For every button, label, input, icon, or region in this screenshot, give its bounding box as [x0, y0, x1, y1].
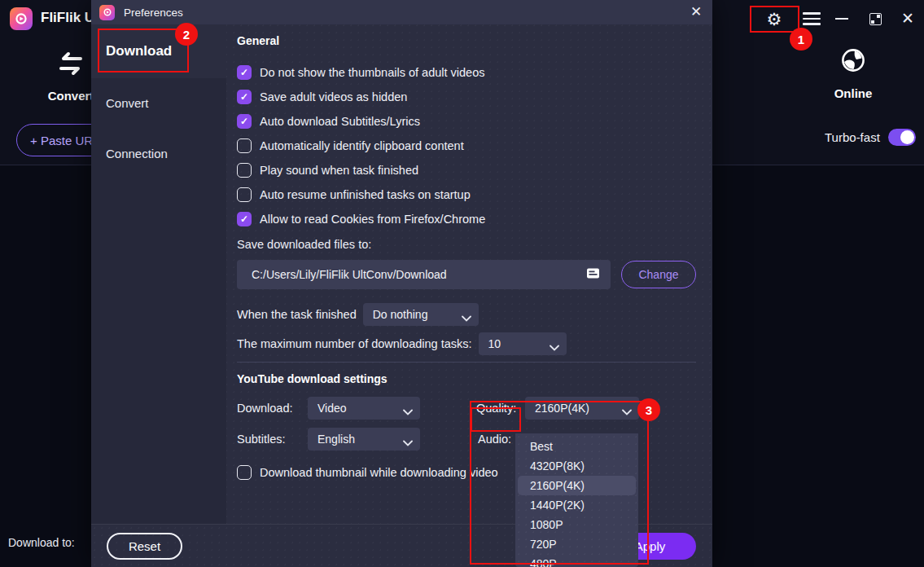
close-window-icon[interactable]: ✕ [900, 11, 916, 27]
save-to-label: Save downloaded files to: [237, 238, 696, 251]
annotation-badge-3: 3 [637, 398, 660, 421]
checkbox-label: Do not show the thumbnails of adult vide… [260, 66, 484, 79]
download-to-label: Download to: [8, 536, 75, 549]
dialog-logo-icon [99, 5, 115, 20]
dialog-close-icon[interactable]: ✕ [687, 3, 705, 21]
sidebar-item-connection[interactable]: Connection [106, 147, 168, 160]
annotation-badge-2: 2 [175, 23, 198, 46]
checkbox-label: Auto resume unfinished tasks on startup [260, 188, 471, 201]
annotation-badge-1: 1 [790, 28, 812, 51]
annotation-box-quality-list [470, 401, 649, 565]
max-tasks-value: 10 [488, 337, 501, 350]
section-divider [237, 362, 696, 363]
checkbox-row[interactable]: Auto download Subtitles/Lyrics [237, 109, 696, 134]
checkbox[interactable] [237, 163, 252, 178]
app-title: FliFlik U [41, 10, 94, 26]
checkbox-row[interactable]: Allow to read Cookies from Firefox/Chrom… [237, 207, 696, 231]
dialog-title: Preferences [124, 7, 183, 19]
download-type-value: Video [317, 402, 347, 415]
checkbox-label: Play sound when task finished [260, 164, 418, 177]
youtube-heading: YouTube download settings [237, 372, 696, 385]
chevron-down-icon [403, 405, 413, 418]
task-finished-value: Do nothing [373, 308, 428, 321]
checkbox[interactable] [237, 187, 252, 202]
task-finished-label: When the task finished [237, 308, 357, 321]
download-type-dropdown[interactable]: Video [308, 397, 420, 420]
hamburger-menu-icon[interactable] [802, 12, 821, 25]
thumbnail-checkbox-label: Download thumbnail while downloading vid… [260, 466, 498, 479]
change-button[interactable]: Change [621, 261, 696, 288]
minimize-icon[interactable] [834, 17, 850, 20]
file-icon [585, 266, 601, 284]
download-path-value: C:/Users/Lily/FliFlik UltConv/Download [252, 268, 447, 281]
sidebar-item-convert[interactable]: Convert [106, 96, 149, 110]
checkbox-row[interactable]: Do not show the thumbnails of adult vide… [237, 60, 696, 85]
screen: FliFlik U ⚙ ✕ Convert Online + Paste URL… [0, 0, 924, 567]
turbo-fast-label: Turbo-fast [825, 130, 880, 144]
subtitles-label: Subtitles: [237, 433, 286, 446]
chevron-down-icon [550, 341, 559, 354]
download-path-field[interactable]: C:/Users/Lily/FliFlik UltConv/Download [237, 260, 611, 289]
checkbox[interactable] [237, 465, 252, 480]
max-tasks-row: The maximum number of downloading tasks:… [237, 332, 696, 355]
download-label: Download: [237, 402, 293, 415]
checkbox[interactable] [237, 65, 252, 80]
checkbox-label: Automatically identify clipboard content [260, 139, 464, 152]
checkbox-label: Save adult videos as hidden [260, 90, 407, 103]
swap-arrows-icon [55, 64, 86, 78]
annotation-box-settings [750, 6, 799, 33]
checkbox[interactable] [237, 138, 252, 153]
path-row: C:/Users/Lily/FliFlik UltConv/Download C… [237, 260, 696, 289]
dialog-sidebar: Download Convert Connection [91, 24, 226, 524]
checkbox-label: Auto download Subtitles/Lyrics [260, 115, 420, 128]
checkbox-label: Allow to read Cookies from Firefox/Chrom… [260, 213, 485, 226]
chevron-down-icon [403, 436, 413, 449]
general-heading: General [237, 34, 696, 47]
subtitles-value: English [317, 433, 355, 446]
paste-url-label: + Paste URL [30, 134, 99, 147]
dialog-titlebar: Preferences ✕ [91, 0, 712, 24]
tab-online-label: Online [817, 86, 890, 100]
subtitles-dropdown[interactable]: English [308, 428, 420, 451]
chevron-down-icon [462, 311, 471, 324]
turbo-fast-control: Turbo-fast [825, 129, 916, 146]
app-logo-icon [10, 7, 33, 30]
checkbox-row[interactable]: Play sound when task finished [237, 158, 696, 182]
tab-online[interactable]: Online [817, 47, 890, 100]
reset-button-label: Reset [129, 539, 160, 553]
change-button-label: Change [638, 268, 678, 281]
checkbox[interactable] [237, 114, 252, 129]
max-tasks-dropdown[interactable]: 10 [479, 332, 567, 355]
checkbox-row[interactable]: Automatically identify clipboard content [237, 134, 696, 158]
task-finished-dropdown[interactable]: Do nothing [363, 303, 479, 326]
reset-button[interactable]: Reset [107, 533, 182, 560]
checkbox-row[interactable]: Auto resume unfinished tasks on startup [237, 182, 696, 207]
max-tasks-label: The maximum number of downloading tasks: [237, 337, 472, 350]
maximize-icon[interactable] [869, 13, 882, 25]
checkbox-row[interactable]: Save adult videos as hidden [237, 85, 696, 109]
task-finished-row: When the task finished Do nothing [237, 303, 696, 326]
checkbox[interactable] [237, 90, 252, 104]
turbo-fast-toggle[interactable] [888, 129, 916, 146]
checkbox[interactable] [237, 212, 252, 226]
globe-icon [840, 62, 866, 76]
